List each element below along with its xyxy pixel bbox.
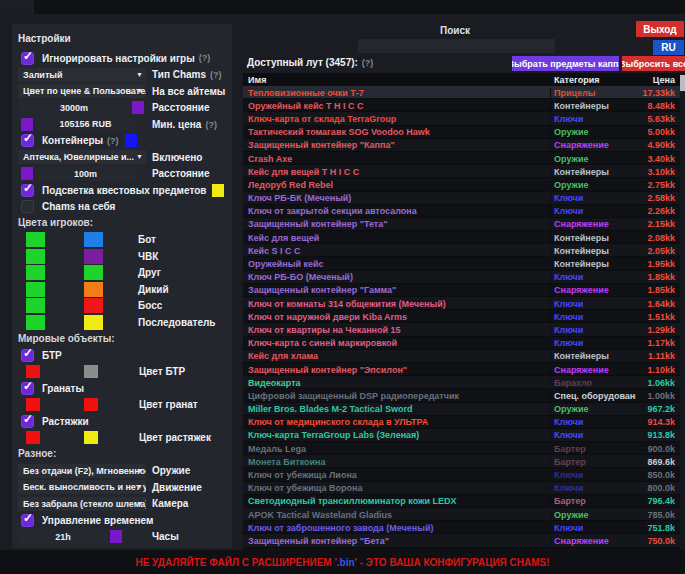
loot-row[interactable]: Тепловизионные очки Т-7 Прицелы 17.33kk — [243, 86, 680, 99]
weapon-select[interactable]: Без отдачи (F2), Мгновенное п▼ — [18, 464, 146, 478]
distance-containers-row: 100m Расстояние — [18, 166, 226, 183]
loot-item-name: Ключ-карта от склада TerraGroup — [243, 114, 550, 124]
color-swatch-secondary[interactable] — [84, 282, 103, 297]
color-swatch-primary[interactable] — [26, 298, 45, 313]
quest-highlight-row: Подсветка квестовых предметов — [18, 182, 226, 199]
loot-row[interactable]: Кейс для вещей T H I C C Контейнеры 3.10… — [243, 165, 680, 178]
world-checkbox[interactable] — [21, 382, 34, 395]
loot-row[interactable]: Медаль Lega Бартер 900.0k — [243, 442, 680, 455]
column-category[interactable]: Категория — [550, 75, 636, 85]
distance-color-swatch[interactable] — [132, 101, 144, 114]
loot-row[interactable]: Ключ от комнаты 314 общежития (Меченый) … — [243, 297, 680, 310]
scrollbar-thumb[interactable] — [680, 75, 685, 91]
loot-row[interactable]: Цифровой защищенный DSP радиопередатчик … — [243, 389, 680, 402]
table-scrollbar[interactable] — [680, 73, 685, 554]
containers-filter-select[interactable]: Аптечка, Ювелирные и...▼ — [18, 150, 146, 164]
search-input[interactable] — [358, 39, 555, 53]
loot-row[interactable]: Ключ-карта от склада TerraGroup Ключи 5.… — [243, 112, 680, 125]
containers-color-swatch[interactable] — [125, 134, 137, 147]
color-swatch-secondary[interactable] — [84, 232, 103, 247]
loot-row[interactable]: Защищенный контейнер "Тета" Снаряжение 2… — [243, 218, 680, 231]
loot-row[interactable]: Crash Axe Оружие 3.40kk — [243, 152, 680, 165]
quest-highlight-checkbox[interactable] — [21, 184, 34, 197]
color-swatch-primary[interactable] — [26, 265, 45, 280]
color-swatch-secondary[interactable] — [84, 265, 103, 280]
ignore-game-settings-checkbox[interactable] — [21, 52, 34, 65]
loot-row[interactable]: Оружейный кейс Контейнеры 1.95kk — [243, 257, 680, 270]
color-swatch-primary[interactable] — [26, 398, 40, 411]
loot-row[interactable]: Видеокарта Барахло 1.06kk — [243, 376, 680, 389]
loot-row[interactable]: Ключ от медицинского склада в УЛЬТРА Клю… — [243, 416, 680, 429]
color-swatch-secondary[interactable] — [84, 365, 98, 378]
loot-row[interactable]: Монета Биткоина Бартер 869.6k — [243, 455, 680, 468]
loot-row[interactable]: Ключ от закрытой секции автосалона Ключи… — [243, 205, 680, 218]
loot-row[interactable]: Ключ от убежища Ворона Ключи 800.0k — [243, 482, 680, 495]
loot-row[interactable]: Ледоруб Red Rebel Оружие 2.75kk — [243, 178, 680, 191]
loot-row[interactable]: Ключ-карта с синей маркировкой Ключи 1.1… — [243, 337, 680, 350]
color-swatch-primary[interactable] — [26, 249, 45, 264]
color-swatch-secondary[interactable] — [84, 431, 98, 444]
loot-item-category: Ключи — [550, 193, 636, 203]
loot-row[interactable]: Защищенный контейнер "Гамма" Снаряжение … — [243, 284, 680, 297]
color-swatch-primary[interactable] — [26, 365, 40, 378]
world-checkbox[interactable] — [21, 349, 34, 362]
min-price-color-swatch[interactable] — [21, 118, 33, 131]
loot-row[interactable]: Miller Bros. Blades M-2 Tactical Sword О… — [243, 403, 680, 416]
loot-row[interactable]: Ключ РБ-БО (Меченый) Ключи 1.85kk — [243, 271, 680, 284]
movement-select[interactable]: Беск. выносливость и нет уста:▼ — [18, 480, 146, 494]
loot-row[interactable]: Защищенный контейнер "Каппа" Снаряжение … — [243, 139, 680, 152]
loot-item-category: Контейнеры — [550, 167, 636, 177]
distance-containers-swatch[interactable] — [21, 167, 33, 180]
distance-containers-input[interactable]: 100m — [36, 167, 135, 181]
color-swatch-secondary[interactable] — [84, 398, 98, 411]
loot-row[interactable]: Ключ от наружной двери Kiba Arms Ключи 1… — [243, 310, 680, 323]
loot-row[interactable]: Ключ от квартиры на Чеканной 15 Ключи 1.… — [243, 323, 680, 336]
exit-button[interactable]: Выход — [636, 21, 684, 37]
loot-row[interactable]: Ключ от заброшенного завода (Меченый) Кл… — [243, 521, 680, 534]
distance-all-label: Расстояние — [152, 102, 210, 113]
quest-color-swatch[interactable] — [212, 184, 224, 197]
distance-all-input[interactable]: 3000m — [18, 101, 130, 115]
loot-item-category: Спец. оборудование — [550, 391, 636, 401]
loot-row[interactable]: Оружейный кейс T H I C C Контейнеры 8.48… — [243, 99, 680, 112]
loot-item-category: Снаряжение — [550, 365, 636, 375]
color-mode-select[interactable]: Цвет по цене & Пользователь▼ — [18, 84, 146, 98]
loot-row[interactable]: Тактический томагавк SOG Voodoo Hawk Ору… — [243, 126, 680, 139]
min-price-input[interactable]: 105156 RUB — [36, 117, 135, 131]
color-swatch-primary[interactable] — [26, 282, 45, 297]
world-checkbox[interactable] — [21, 415, 34, 428]
containers-checkbox[interactable] — [21, 134, 34, 147]
camera-select[interactable]: Без забрала (стекло шлема)▼ — [18, 497, 146, 511]
color-swatch-primary[interactable] — [26, 431, 40, 444]
loot-row[interactable]: APOK Tactical Wasteland Gladius Оружие 7… — [243, 508, 680, 521]
loot-item-price: 1.95kk — [636, 259, 680, 269]
loot-row[interactable]: Кейс S I C C Контейнеры 2.05kk — [243, 244, 680, 257]
color-swatch-secondary[interactable] — [84, 315, 103, 330]
column-price[interactable]: Цена — [636, 75, 680, 85]
loot-row[interactable]: Ключ от убежища Лиона Ключи 850.0k — [243, 468, 680, 481]
loot-row[interactable]: Ключ РБ-БК (Меченый) Ключи 2.58kk — [243, 192, 680, 205]
loot-row[interactable]: Кейс для вещей Контейнеры 2.08kk — [243, 231, 680, 244]
loot-item-name: Защищенный контейнер "Гамма" — [243, 285, 550, 295]
loot-item-category: Контейнеры — [550, 233, 636, 243]
column-name[interactable]: Имя — [243, 75, 550, 85]
time-control-checkbox[interactable] — [21, 514, 34, 527]
loot-row[interactable]: Защищенный контейнер "Эпсилон" Снаряжени… — [243, 363, 680, 376]
color-swatch-secondary[interactable] — [84, 249, 103, 264]
chams-type-select[interactable]: Залитый▼ — [18, 68, 146, 82]
color-swatch-secondary[interactable] — [84, 298, 103, 313]
hours-color-swatch[interactable] — [110, 530, 122, 543]
hours-input[interactable]: 21h — [18, 530, 108, 544]
color-swatch-primary[interactable] — [26, 232, 45, 247]
dump-all-button[interactable]: Выбросить все — [622, 56, 685, 71]
loot-row[interactable]: Ключ-карта TerraGroup Labs (Зеленая) Клю… — [243, 429, 680, 442]
chams-self-checkbox[interactable] — [21, 200, 34, 213]
loot-item-category: Оружие — [550, 404, 636, 414]
loot-row[interactable]: Кейс для хлама Контейнеры 1.11kk — [243, 350, 680, 363]
loot-row[interactable]: Защищенный контейнер "Бета" Снаряжение 7… — [243, 534, 680, 547]
loot-row[interactable]: Светодиодный трансиллюминатор кожи LEDX … — [243, 495, 680, 508]
language-button[interactable]: RU — [653, 40, 684, 55]
select-kappa-items-button[interactable]: Выбрать предметы каппа — [512, 56, 619, 71]
loot-item-name: Кейс S I C C — [243, 246, 550, 256]
color-swatch-primary[interactable] — [26, 315, 45, 330]
